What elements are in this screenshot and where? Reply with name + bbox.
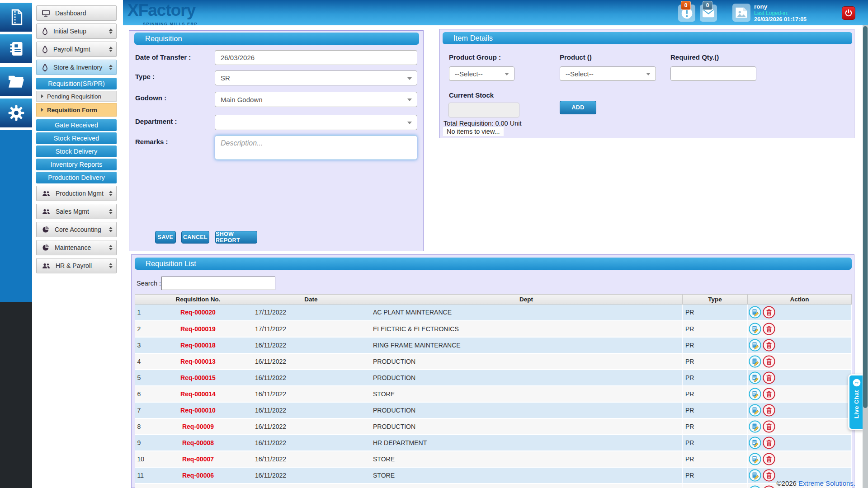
requisition-no-link[interactable]: Req-000014 <box>144 386 252 402</box>
requisition-no-link[interactable]: Req-000020 <box>144 305 252 321</box>
expand-collapse-icon[interactable] <box>109 263 113 268</box>
type-select[interactable]: SR <box>215 70 417 85</box>
delete-icon[interactable] <box>763 339 775 352</box>
department-select[interactable] <box>215 115 417 130</box>
delete-icon[interactable] <box>763 355 775 368</box>
col-header-type[interactable]: Type <box>683 295 748 305</box>
sidebar-bar-gate-received[interactable]: Gate Received <box>36 119 117 131</box>
expand-collapse-icon[interactable] <box>109 47 113 52</box>
sidebar-item-sales-mgmt[interactable]: Sales Mgmt <box>36 204 117 219</box>
delete-icon[interactable] <box>763 453 775 465</box>
sidebar-item-initial-setup[interactable]: Initial Setup <box>36 23 117 39</box>
expand-collapse-icon[interactable] <box>109 209 113 214</box>
sidebar-item-pending-requisition[interactable]: Pending Requisition <box>36 91 117 102</box>
show-report-button[interactable]: SHOW REPORT <box>215 231 257 244</box>
expand-collapse-icon[interactable] <box>109 227 113 232</box>
company-link[interactable]: Extreme Solutions. <box>798 479 855 487</box>
delete-icon[interactable] <box>763 436 775 449</box>
save-button[interactable]: SAVE <box>155 231 176 244</box>
edit-icon[interactable] <box>749 404 761 417</box>
col-header-requisition-no[interactable]: Requisition No. <box>144 295 252 305</box>
col-header-date[interactable]: Date <box>252 295 370 305</box>
sidebar-item-production-mgmt[interactable]: Production Mgmt <box>36 186 117 201</box>
search-input[interactable] <box>161 277 275 290</box>
zip-document-icon[interactable] <box>0 3 32 32</box>
sidebar-item-maintenance[interactable]: Maintenance <box>36 240 117 255</box>
row-dept: STORE <box>370 451 683 467</box>
requisition-no-link[interactable]: Req-000013 <box>144 353 252 370</box>
user-avatar[interactable] <box>732 4 750 22</box>
delete-icon[interactable] <box>763 371 775 384</box>
sidebar-item-payroll-mgmt[interactable]: Payroll Mgmt <box>36 42 117 57</box>
messenger-icon <box>852 378 861 387</box>
notifications-button[interactable]: 0 <box>678 5 695 22</box>
delete-icon[interactable] <box>763 469 775 482</box>
edit-icon[interactable] <box>749 388 761 400</box>
delete-icon[interactable] <box>763 420 775 433</box>
col-header-dept[interactable]: Dept <box>370 295 683 305</box>
product-group-select[interactable]: --Select-- <box>449 66 514 81</box>
cancel-button[interactable]: CANCEL <box>181 231 209 244</box>
sidebar-item-core-accounting[interactable]: Core Accounting <box>36 222 117 237</box>
logout-button[interactable] <box>842 6 855 20</box>
edit-icon[interactable] <box>749 485 761 488</box>
sidebar-bar-stock-delivery[interactable]: Stock Delivery <box>36 145 117 157</box>
sidebar-item-dashboard[interactable]: Dashboard <box>36 5 117 21</box>
ink-drop-icon <box>42 64 48 71</box>
edit-icon[interactable] <box>749 323 761 335</box>
notebook-icon[interactable] <box>0 34 32 63</box>
row-dept: STORE <box>370 386 683 402</box>
gear-icon[interactable] <box>0 99 32 127</box>
messages-button[interactable]: 0 <box>700 5 717 22</box>
requisition-no-link[interactable]: Req-00006 <box>144 467 252 483</box>
delete-icon[interactable] <box>763 404 775 417</box>
live-chat-widget[interactable]: Live Chat <box>848 374 863 430</box>
type-label: Type : <box>135 73 155 80</box>
requisition-table-body: 1 Req-000020 17/11/2022 AC PLANT MAINTER… <box>135 305 852 488</box>
sidebar-bar-inventory-reports[interactable]: Inventory Reports <box>36 159 117 170</box>
expand-collapse-icon[interactable] <box>109 245 113 250</box>
expand-collapse-icon[interactable] <box>109 28 113 34</box>
requisition-no-link[interactable]: Req-000018 <box>144 337 252 353</box>
sidebar-bar-stock-received[interactable]: Stock Received <box>36 132 117 144</box>
requisition-no-link[interactable] <box>144 483 252 488</box>
godown-select[interactable]: Main Godown <box>215 92 417 107</box>
delete-icon[interactable] <box>763 485 775 488</box>
row-dept: PRODUCTION <box>370 402 683 418</box>
product-select[interactable]: --Select-- <box>560 66 656 81</box>
edit-icon[interactable] <box>749 453 761 465</box>
edit-icon[interactable] <box>749 371 761 384</box>
add-button[interactable]: ADD <box>560 101 596 114</box>
folder-icon[interactable] <box>0 67 32 96</box>
edit-icon[interactable] <box>749 436 761 449</box>
edit-icon[interactable] <box>749 339 761 352</box>
table-row: 6 Req-000014 16/11/2022 STORE PR <box>135 386 852 402</box>
expand-collapse-icon[interactable] <box>109 65 113 70</box>
requisition-no-link[interactable]: Req-000010 <box>144 402 252 418</box>
requisition-no-link[interactable]: Req-000019 <box>144 321 252 337</box>
delete-icon[interactable] <box>763 388 775 400</box>
requisition-no-link[interactable]: Req-00007 <box>144 451 252 467</box>
sidebar-item-requisition-form[interactable]: Requisition Form <box>36 103 117 117</box>
vertical-scrollbar[interactable] <box>863 25 868 488</box>
requisition-no-link[interactable]: Req-00008 <box>144 435 252 451</box>
sidebar-bar-production-delivery[interactable]: Production Delivery <box>36 172 117 183</box>
sidebar-section-requisition[interactable]: Requisition(SR/PR) <box>36 78 117 89</box>
remarks-textarea[interactable] <box>215 135 417 160</box>
footer-copyright: ©2026 Extreme Solutions. <box>777 479 855 487</box>
delete-icon[interactable] <box>763 323 775 335</box>
required-qty-input[interactable] <box>670 66 756 81</box>
delete-icon[interactable] <box>763 306 775 319</box>
scrollbar-thumb[interactable] <box>863 26 868 408</box>
edit-icon[interactable] <box>749 420 761 433</box>
sidebar-item-hr-payroll[interactable]: HR & Payroll <box>36 258 117 273</box>
sidebar-item-store-inventory[interactable]: Store & Inventory <box>36 60 117 75</box>
expand-collapse-icon[interactable] <box>109 191 113 196</box>
edit-icon[interactable] <box>749 306 761 319</box>
date-of-transfer-input[interactable]: 26/03/2026 <box>215 50 417 65</box>
edit-icon[interactable] <box>749 355 761 368</box>
row-actions <box>748 370 852 386</box>
edit-icon[interactable] <box>749 469 761 482</box>
requisition-no-link[interactable]: Req-000015 <box>144 370 252 386</box>
requisition-no-link[interactable]: Req-00009 <box>144 418 252 435</box>
